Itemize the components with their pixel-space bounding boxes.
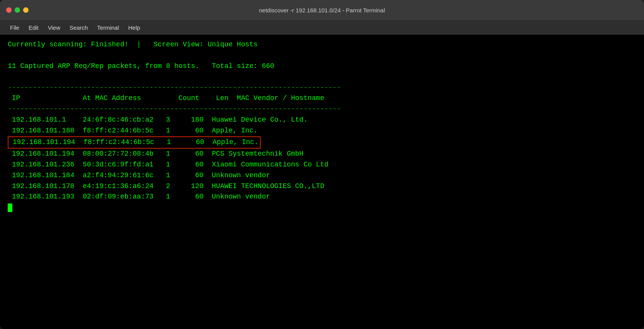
terminal-cursor: [8, 204, 12, 212]
table-row: 192.168.101.1 24:6f:8c:46:cb:a2 3 180 Hu…: [8, 115, 636, 125]
empty-line-2: [8, 72, 636, 83]
menu-item-edit[interactable]: Edit: [25, 23, 42, 32]
menu-item-view[interactable]: View: [44, 23, 64, 32]
table-row: 192.168.101.194 08:00:27:72:08:4b 1 60 P…: [8, 149, 636, 159]
menu-item-file[interactable]: File: [6, 23, 23, 32]
close-button[interactable]: [6, 7, 12, 13]
table-row: 192.168.101.194 f8:ff:c2:44:6b:5c 1 60 A…: [8, 136, 636, 149]
table-row: 192.168.101.193 02:df:09:eb:aa:73 1 60 U…: [8, 192, 636, 202]
table-body: 192.168.101.1 24:6f:8c:46:cb:a2 3 180 Hu…: [8, 115, 636, 202]
table-row: 192.168.101.236 50:3d:c6:9f:fd:a1 1 60 X…: [8, 159, 636, 170]
maximize-button[interactable]: [23, 7, 29, 13]
status-line: Currently scanning: Finished! | Screen V…: [8, 39, 636, 50]
separator-top: ----------------------------------------…: [8, 83, 636, 93]
cursor-line: [8, 202, 636, 213]
terminal-content[interactable]: Currently scanning: Finished! | Screen V…: [0, 35, 644, 329]
menu-item-help[interactable]: Help: [125, 23, 144, 32]
table-row: 192.168.101.184 a2:f4:94:29:61:6c 1 60 U…: [8, 170, 636, 181]
table-row: 192.168.101.188 f8:ff:c2:44:6b:5c 1 60 A…: [8, 125, 636, 136]
menu-item-terminal[interactable]: Terminal: [93, 23, 123, 32]
table-header: IP At MAC Address Count Len MAC Vendor /…: [8, 93, 636, 104]
titlebar: netdiscover -r 192.168.101.0/24 - Parrot…: [0, 0, 644, 20]
menu-item-search[interactable]: Search: [66, 23, 92, 32]
table-row: 192.168.101.178 e4:19:c1:36:a6:24 2 120 …: [8, 181, 636, 192]
traffic-lights: [6, 7, 29, 13]
menubar: FileEditViewSearchTerminalHelp: [0, 20, 644, 35]
summary-line: 11 Captured ARP Req/Rep packets, from 8 …: [8, 61, 636, 72]
window-title: netdiscover -r 192.168.101.0/24 - Parrot…: [259, 7, 385, 14]
terminal-window: netdiscover -r 192.168.101.0/24 - Parrot…: [0, 0, 644, 329]
separator-mid: ----------------------------------------…: [8, 104, 636, 115]
minimize-button[interactable]: [15, 7, 20, 13]
empty-line: [8, 50, 636, 61]
